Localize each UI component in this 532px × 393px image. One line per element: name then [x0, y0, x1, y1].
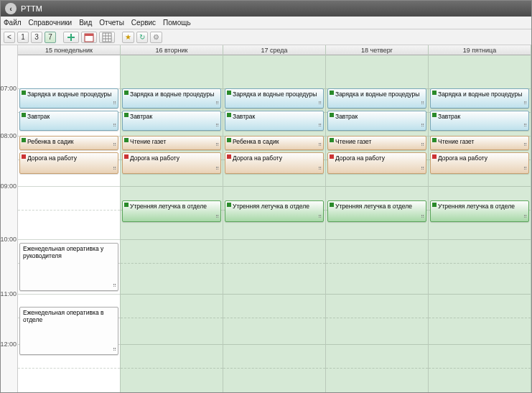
resize-grip-icon[interactable]: ⠿ — [421, 100, 424, 107]
resize-grip-icon[interactable]: ⠿ — [113, 100, 116, 107]
day-column[interactable]: 15 понедельникЗарядка и водные процедуры… — [18, 45, 121, 392]
resize-grip-icon[interactable]: ⠿ — [215, 165, 219, 172]
day-column[interactable]: 17 средаЗарядка и водные процедуры⠿Завтр… — [223, 45, 326, 392]
menubar: Файл Справочники Вид Отчеты Сервис Помощ… — [1, 17, 531, 29]
calendar-event[interactable]: Дорога на работу⠿ — [122, 152, 221, 174]
calendar-event[interactable]: Завтрак⠿ — [430, 111, 529, 131]
time-column: 07:0008:0009:0010:0011:0012:00 — [1, 45, 18, 392]
time-label: 10:00 — [1, 236, 17, 243]
calendar-event[interactable]: Утренняя летучка в отделе⠿ — [225, 200, 324, 222]
calendar-event[interactable]: Дорога на работу⠿ — [327, 152, 426, 174]
window-title: PTTM — [21, 4, 42, 13]
calendar-event[interactable]: Ребенка в садик⠿ — [19, 136, 118, 150]
view-3-button[interactable]: 3 — [31, 32, 42, 43]
days-container: 15 понедельникЗарядка и водные процедуры… — [18, 45, 531, 392]
resize-grip-icon[interactable]: ⠿ — [215, 100, 219, 107]
menu-service[interactable]: Сервис — [131, 19, 156, 27]
resize-grip-icon[interactable]: ⠿ — [215, 213, 219, 221]
calendar-event[interactable]: Зарядка и водные процедуры⠿ — [430, 88, 529, 108]
table-icon[interactable] — [99, 32, 115, 43]
day-column[interactable]: 19 пятницаЗарядка и водные процедуры⠿Зав… — [429, 45, 531, 392]
calendar-event[interactable]: Утренняя летучка в отделе⠿ — [122, 200, 221, 222]
app-window: ‹ PTTM Файл Справочники Вид Отчеты Серви… — [0, 0, 532, 393]
resize-grip-icon[interactable]: ⠿ — [421, 122, 424, 129]
menu-reports[interactable]: Отчеты — [99, 19, 124, 27]
calendar-event[interactable]: Дорога на работу⠿ — [430, 152, 529, 174]
resize-grip-icon[interactable]: ⠿ — [523, 165, 527, 172]
view-1-button[interactable]: 1 — [17, 32, 29, 43]
resize-grip-icon[interactable]: ⠿ — [113, 122, 116, 129]
star-icon[interactable]: ★ — [122, 32, 134, 43]
time-label: 09:00 — [1, 182, 17, 190]
calendar-event[interactable]: Завтрак⠿ — [327, 111, 426, 131]
menu-help[interactable]: Помощь — [163, 19, 191, 27]
view-7-button[interactable]: 7 — [45, 32, 56, 43]
titlebar[interactable]: ‹ PTTM — [1, 1, 531, 17]
resize-grip-icon[interactable]: ⠿ — [421, 165, 424, 172]
calendar-event[interactable]: Дорога на работу⠿ — [19, 152, 118, 174]
time-label: 11:00 — [1, 290, 17, 297]
day-header[interactable]: 16 вторник — [121, 45, 223, 55]
calendar-event[interactable]: Зарядка и водные процедуры⠿ — [19, 88, 118, 108]
day-column[interactable]: 16 вторникЗарядка и водные процедуры⠿Зав… — [121, 45, 223, 392]
calendar-event[interactable]: Чтение газет⠿ — [122, 136, 221, 150]
resize-grip-icon[interactable]: ⠿ — [523, 142, 527, 149]
plus-icon[interactable] — [63, 32, 79, 43]
day-header[interactable]: 18 четверг — [326, 45, 428, 55]
day-header[interactable]: 17 среда — [223, 45, 325, 55]
nav-prev-button[interactable]: < — [4, 32, 15, 43]
resize-grip-icon[interactable]: ⠿ — [318, 122, 322, 129]
calendar-event[interactable]: Еженедельная оперативка у руководителя⠿ — [19, 243, 118, 291]
svg-rect-2 — [103, 33, 111, 42]
day-header[interactable]: 15 понедельник — [18, 45, 120, 55]
calendar-event[interactable]: Ребенка в садик⠿ — [225, 136, 324, 150]
resize-grip-icon[interactable]: ⠿ — [113, 346, 116, 353]
day-header[interactable]: 19 пятница — [429, 45, 531, 55]
resize-grip-icon[interactable]: ⠿ — [421, 213, 424, 221]
resize-grip-icon[interactable]: ⠿ — [113, 282, 116, 290]
calendar-event[interactable]: Дорога на работу⠿ — [225, 152, 324, 174]
resize-grip-icon[interactable]: ⠿ — [421, 142, 424, 149]
refresh-icon[interactable]: ↻ — [136, 32, 148, 43]
calendar-event[interactable]: Чтение газет⠿ — [430, 136, 529, 150]
menu-file[interactable]: Файл — [4, 19, 22, 27]
calendar-event[interactable]: Чтение газет⠿ — [327, 136, 426, 150]
back-icon[interactable]: ‹ — [5, 3, 17, 14]
calendar-icon[interactable] — [81, 32, 97, 43]
calendar-event[interactable]: Завтрак⠿ — [225, 111, 324, 131]
day-column[interactable]: 18 четвергЗарядка и водные процедуры⠿Зав… — [326, 45, 429, 392]
resize-grip-icon[interactable]: ⠿ — [523, 213, 527, 221]
gear-icon[interactable]: ⚙ — [150, 32, 162, 43]
calendar-event[interactable]: Утренняя летучка в отделе⠿ — [430, 200, 529, 222]
resize-grip-icon[interactable]: ⠿ — [523, 122, 527, 129]
calendar-event[interactable]: Еженедельная оперативка в отделе⠿ — [19, 307, 118, 355]
svg-rect-1 — [85, 34, 93, 36]
calendar-grid: 07:0008:0009:0010:0011:0012:00 15 понеде… — [1, 45, 531, 392]
resize-grip-icon[interactable]: ⠿ — [318, 100, 322, 107]
time-label: 12:00 — [1, 341, 17, 348]
resize-grip-icon[interactable]: ⠿ — [318, 165, 322, 172]
calendar-event[interactable]: Зарядка и водные процедуры⠿ — [327, 88, 426, 108]
menu-view[interactable]: Вид — [79, 19, 92, 27]
calendar-event[interactable]: Завтрак⠿ — [122, 111, 221, 131]
resize-grip-icon[interactable]: ⠿ — [318, 142, 322, 149]
resize-grip-icon[interactable]: ⠿ — [215, 142, 219, 149]
resize-grip-icon[interactable]: ⠿ — [215, 122, 219, 129]
resize-grip-icon[interactable]: ⠿ — [318, 213, 322, 221]
resize-grip-icon[interactable]: ⠿ — [523, 100, 527, 107]
resize-grip-icon[interactable]: ⠿ — [113, 142, 116, 149]
calendar-event[interactable]: Утренняя летучка в отделе⠿ — [327, 200, 426, 222]
resize-grip-icon[interactable]: ⠿ — [113, 165, 116, 172]
time-label: 07:00 — [1, 85, 17, 92]
time-label: 08:00 — [1, 132, 17, 139]
toolbar: < 1 3 7 ★ ↻ ⚙ — [1, 29, 531, 45]
calendar-event[interactable]: Завтрак⠿ — [19, 111, 118, 131]
calendar-event[interactable]: Зарядка и водные процедуры⠿ — [225, 88, 324, 108]
menu-directories[interactable]: Справочники — [29, 19, 73, 27]
calendar-event[interactable]: Зарядка и водные процедуры⠿ — [122, 88, 221, 108]
